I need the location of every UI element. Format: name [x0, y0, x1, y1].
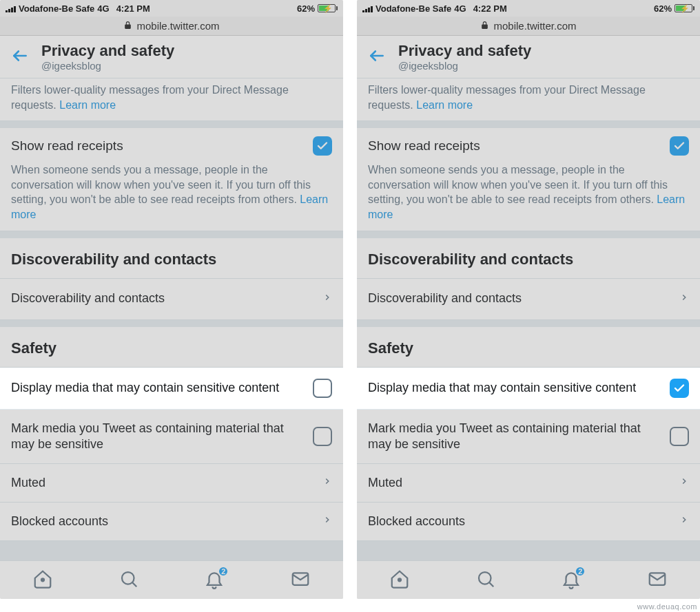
- discoverability-row[interactable]: Discoverability and contacts: [0, 279, 343, 320]
- learn-more-link[interactable]: Learn more: [416, 99, 473, 111]
- network-type: 4G: [454, 3, 466, 14]
- battery-icon: ⚡: [675, 4, 694, 12]
- muted-row[interactable]: Muted: [0, 464, 343, 503]
- chevron-right-icon: [679, 512, 689, 531]
- svg-point-6: [398, 578, 401, 581]
- svg-line-8: [489, 582, 493, 587]
- mark-sensitive-checkbox[interactable]: [313, 427, 332, 446]
- nav-home-icon[interactable]: [389, 569, 410, 592]
- status-bar: Vodafone-Be Safe 4G 4:21 PM 62% ⚡: [0, 0, 343, 17]
- display-sensitive-checkbox[interactable]: [313, 379, 332, 398]
- mark-sensitive-row[interactable]: Mark media you Tweet as containing mater…: [357, 410, 700, 465]
- safety-header: Safety: [0, 327, 343, 368]
- read-receipts-card: Show read receipts When someone sends yo…: [357, 128, 700, 231]
- safety-header: Safety: [357, 327, 700, 368]
- page-title: Privacy and safety: [41, 42, 174, 60]
- signal-icon: [6, 5, 16, 12]
- battery-percent: 62%: [654, 3, 672, 14]
- display-sensitive-checkbox[interactable]: [670, 379, 689, 398]
- blocked-row[interactable]: Blocked accounts: [357, 503, 700, 541]
- nav-messages-icon[interactable]: [647, 569, 668, 592]
- nav-home-icon[interactable]: [32, 569, 53, 592]
- muted-row[interactable]: Muted: [357, 464, 700, 503]
- display-sensitive-row[interactable]: Display media that may contain sensitive…: [357, 368, 700, 410]
- chevron-right-icon: [679, 474, 689, 492]
- content-scroll[interactable]: Filters lower-quality messages from your…: [357, 78, 700, 560]
- battery-icon: ⚡: [318, 4, 338, 12]
- lock-icon: [123, 20, 132, 32]
- content-scroll[interactable]: Filters lower-quality messages from your…: [0, 78, 343, 560]
- discoverability-header: Discoverability and contacts: [357, 238, 700, 279]
- read-receipts-card: Show read receipts When someone sends yo…: [0, 128, 343, 231]
- carrier-name: Vodafone-Be Safe: [19, 3, 94, 14]
- chevron-right-icon: [322, 512, 332, 531]
- nav-search-icon[interactable]: [475, 569, 496, 592]
- read-receipts-title: Show read receipts: [368, 138, 670, 155]
- phone-right: Vodafone-Be Safe 4G 4:22 PM 62% ⚡ mobile…: [357, 0, 700, 599]
- chevron-right-icon: [322, 290, 332, 308]
- clock: 4:21 PM: [116, 3, 150, 14]
- bottom-nav: 2: [0, 560, 343, 599]
- quality-filter-desc: Filters lower-quality messages from your…: [357, 78, 700, 121]
- nav-notifications-icon[interactable]: 2: [561, 569, 581, 592]
- notifications-badge: 2: [218, 566, 229, 577]
- svg-point-2: [122, 572, 134, 584]
- display-sensitive-row[interactable]: Display media that may contain sensitive…: [0, 368, 343, 410]
- watermark: www.deuaq.com: [637, 602, 697, 611]
- page-subtitle: @igeeksblog: [41, 60, 174, 72]
- nav-search-icon[interactable]: [119, 569, 139, 592]
- phone-left: Vodafone-Be Safe 4G 4:21 PM 62% ⚡ mobile…: [0, 0, 343, 599]
- chevron-right-icon: [322, 474, 332, 492]
- read-receipts-checkbox[interactable]: [313, 136, 332, 156]
- chevron-right-icon: [679, 290, 689, 308]
- read-receipts-title: Show read receipts: [11, 138, 313, 155]
- lock-icon: [480, 20, 489, 32]
- svg-line-3: [132, 582, 136, 587]
- notifications-badge: 2: [575, 566, 586, 577]
- page-subtitle: @igeeksblog: [398, 60, 531, 72]
- battery-percent: 62%: [297, 3, 315, 14]
- back-button[interactable]: [368, 47, 386, 67]
- page-header: Privacy and safety @igeeksblog: [357, 36, 700, 78]
- page-title: Privacy and safety: [398, 42, 531, 60]
- url-text: mobile.twitter.com: [136, 20, 219, 32]
- discoverability-header: Discoverability and contacts: [0, 238, 343, 279]
- nav-notifications-icon[interactable]: 2: [204, 569, 225, 592]
- blocked-row[interactable]: Blocked accounts: [0, 503, 343, 541]
- quality-filter-desc: Filters lower-quality messages from your…: [0, 78, 343, 121]
- carrier-name: Vodafone-Be Safe: [375, 3, 451, 14]
- read-receipts-checkbox[interactable]: [670, 136, 689, 156]
- network-type: 4G: [97, 3, 109, 14]
- learn-more-link[interactable]: Learn more: [59, 99, 116, 111]
- page-header: Privacy and safety @igeeksblog: [0, 36, 343, 78]
- url-bar[interactable]: mobile.twitter.com: [357, 17, 700, 36]
- status-bar: Vodafone-Be Safe 4G 4:22 PM 62% ⚡: [357, 0, 700, 17]
- nav-messages-icon[interactable]: [290, 569, 311, 592]
- bottom-nav: 2: [357, 560, 700, 599]
- svg-point-7: [479, 572, 491, 584]
- url-bar[interactable]: mobile.twitter.com: [0, 17, 343, 36]
- svg-point-1: [41, 578, 44, 581]
- mark-sensitive-row[interactable]: Mark media you Tweet as containing mater…: [0, 410, 343, 465]
- clock: 4:22 PM: [473, 3, 507, 14]
- url-text: mobile.twitter.com: [493, 20, 576, 32]
- back-button[interactable]: [11, 47, 29, 67]
- discoverability-row[interactable]: Discoverability and contacts: [357, 279, 700, 320]
- signal-icon: [362, 5, 373, 12]
- mark-sensitive-checkbox[interactable]: [670, 427, 689, 446]
